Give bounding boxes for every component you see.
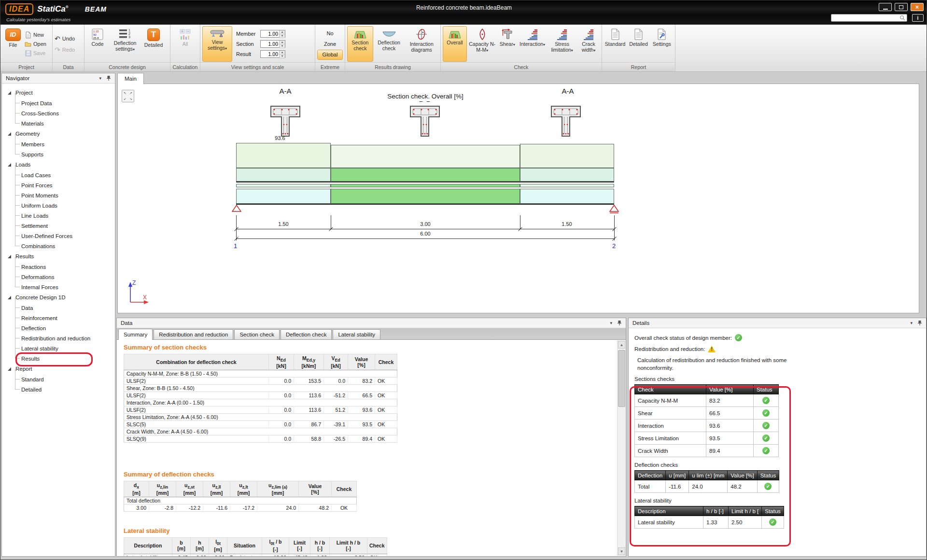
table-cell: 89.4 bbox=[706, 445, 754, 457]
svg-text:1.15: 1.15 bbox=[93, 30, 99, 33]
table-cell: 6.00 bbox=[209, 554, 227, 556]
nav-item-detailed[interactable]: Detailed bbox=[2, 384, 115, 394]
nav-item-materials[interactable]: Materials bbox=[2, 118, 115, 128]
maximize-button[interactable] bbox=[895, 3, 908, 11]
interaction-diagrams-button[interactable]: Interaction diagrams bbox=[405, 26, 438, 62]
scroll-up-icon[interactable]: ▲ bbox=[618, 341, 625, 349]
nav-item-label: Supports bbox=[21, 152, 43, 157]
detailed-button[interactable]: T Detailed bbox=[141, 26, 166, 62]
result-scale-input[interactable] bbox=[261, 51, 279, 57]
collapse-icon[interactable] bbox=[8, 163, 11, 167]
panel-collapse-icon[interactable]: ▾ bbox=[910, 321, 913, 325]
info-button[interactable]: i bbox=[912, 14, 924, 22]
svg-text:2: 2 bbox=[128, 32, 130, 35]
table-cell: 0.60 bbox=[191, 554, 209, 556]
nav-item-supports[interactable]: Supports bbox=[2, 149, 115, 159]
nav-item-label: Materials bbox=[21, 121, 44, 126]
member-scale-label: Member bbox=[236, 31, 257, 37]
scrollbar-thumb[interactable] bbox=[618, 350, 625, 407]
tab-lateral-stability[interactable]: Lateral stability bbox=[333, 329, 380, 339]
crack-width-button[interactable]: Crack width▾ bbox=[577, 26, 600, 62]
collapse-icon[interactable] bbox=[8, 255, 11, 258]
stress-limitation-button[interactable]: Stress limitation▾ bbox=[548, 26, 576, 62]
nav-item-internal-forces[interactable]: Internal Forces bbox=[2, 282, 115, 292]
deflection-check-button[interactable]: Deflection check bbox=[374, 26, 404, 62]
search-input[interactable] bbox=[834, 15, 899, 21]
overall-check-button[interactable]: Overall bbox=[443, 26, 467, 62]
table-cell: SLSQ(9) bbox=[124, 435, 269, 443]
tab-section-check[interactable]: Section check bbox=[234, 329, 280, 339]
close-button[interactable]: × bbox=[911, 3, 924, 11]
redo-button[interactable]: ↷ Redo bbox=[55, 45, 75, 54]
nav-item-results[interactable]: Results bbox=[2, 353, 115, 364]
tab-redistribution-and-reduction[interactable]: Redistribution and reduction bbox=[154, 329, 233, 339]
table-cell: -39.1 bbox=[324, 421, 348, 428]
pin-icon[interactable] bbox=[917, 320, 922, 326]
nav-item-combinations[interactable]: Combinations bbox=[2, 241, 115, 251]
stepper-up-icon[interactable]: ▲ bbox=[280, 51, 285, 55]
section-check-button[interactable]: Section check bbox=[347, 26, 373, 62]
result-scale-stepper[interactable]: ▲▼ bbox=[260, 50, 285, 58]
code-button[interactable]: 1.159025.8 Code bbox=[86, 26, 109, 62]
section-scale-input[interactable] bbox=[261, 41, 279, 47]
report-settings-button[interactable]: Settings bbox=[651, 26, 673, 62]
data-scrollbar[interactable]: ▲ ▼ bbox=[617, 340, 625, 556]
column-header: Check bbox=[332, 481, 357, 497]
collapse-icon[interactable] bbox=[8, 91, 11, 95]
x-axis-label: X bbox=[143, 294, 147, 301]
search-box[interactable] bbox=[831, 14, 907, 22]
stepper-down-icon[interactable]: ▼ bbox=[280, 44, 285, 48]
minimize-button[interactable] bbox=[879, 3, 892, 11]
group-row-label: Interaction, Zone: A-A (0.00 - 1.50) bbox=[124, 399, 397, 406]
tab-main[interactable]: Main bbox=[117, 73, 144, 84]
member-scale-input[interactable] bbox=[261, 30, 279, 37]
extreme-zone-button[interactable]: Zone bbox=[317, 39, 343, 49]
svg-text:1: 1 bbox=[128, 28, 130, 32]
table-cell: 1.33 bbox=[703, 516, 729, 529]
stepper-up-icon[interactable]: ▲ bbox=[280, 41, 285, 44]
all-button[interactable]: All bbox=[173, 26, 197, 62]
interaction-check-button[interactable]: Interaction▾ bbox=[518, 26, 547, 62]
report-detailed-button[interactable]: Detailed bbox=[627, 26, 649, 62]
tab-deflection-check[interactable]: Deflection check bbox=[281, 329, 332, 339]
scroll-down-icon[interactable]: ▼ bbox=[618, 547, 625, 555]
pin-icon[interactable] bbox=[106, 75, 111, 81]
extreme-global-button[interactable]: Global bbox=[317, 50, 343, 60]
table-row: Stress Limitation, Zone: A-A (4.50 - 6.0… bbox=[124, 414, 397, 421]
table-cell: -17.2 bbox=[230, 504, 257, 512]
table-cell: ULSF(2) bbox=[124, 406, 269, 414]
save-button[interactable]: Save bbox=[25, 49, 46, 58]
column-header: Check bbox=[635, 385, 706, 394]
undo-button[interactable]: ↶ Undo bbox=[55, 34, 75, 43]
main-canvas[interactable]: ↖↗↙↘ Section check. Overall [%] A-A B-B … bbox=[117, 84, 919, 313]
column-header: b[m] bbox=[172, 538, 191, 554]
open-button[interactable]: Open bbox=[25, 40, 46, 49]
zoom-extents-button[interactable]: ↖↗↙↘ bbox=[122, 90, 134, 102]
group-row-label: Capacity N-M-M, Zone: B-B (1.50 - 4.50) bbox=[124, 370, 397, 378]
column-header: NEd[kN] bbox=[269, 354, 294, 370]
panel-collapse-icon[interactable]: ▾ bbox=[610, 321, 612, 325]
section-scale-stepper[interactable]: ▲▼ bbox=[260, 40, 285, 48]
collapse-icon[interactable] bbox=[8, 132, 11, 136]
stepper-down-icon[interactable]: ▼ bbox=[280, 55, 285, 58]
member-scale-stepper[interactable]: ▲▼ bbox=[260, 30, 285, 38]
shear-check-button[interactable]: Shear▾ bbox=[497, 26, 517, 62]
deflection-settings-button[interactable]: 123 Deflection settings▾ bbox=[110, 26, 140, 62]
panel-collapse-icon[interactable]: ▾ bbox=[99, 76, 101, 81]
collapse-icon[interactable] bbox=[8, 296, 11, 299]
collapse-icon[interactable] bbox=[8, 367, 11, 371]
file-button[interactable]: ID File bbox=[2, 26, 24, 62]
tab-summary[interactable]: Summary bbox=[118, 329, 153, 340]
extreme-no-button[interactable]: No bbox=[317, 28, 343, 39]
detailed-label: Detailed bbox=[144, 42, 163, 48]
view-settings-button[interactable]: View settings▾ bbox=[202, 26, 232, 62]
pin-icon[interactable] bbox=[617, 320, 622, 326]
report-standard-button[interactable]: Standard bbox=[604, 26, 626, 62]
new-button[interactable]: New bbox=[25, 30, 46, 40]
nav-item-label: Redistribution and reduction bbox=[21, 336, 90, 341]
table-cell: OK bbox=[375, 378, 397, 385]
table-cell: 2.50 bbox=[330, 554, 367, 556]
stepper-down-icon[interactable]: ▼ bbox=[280, 34, 285, 38]
capacity-nmm-button[interactable]: Capacity N-M-M▾ bbox=[468, 26, 497, 62]
stepper-up-icon[interactable]: ▲ bbox=[280, 30, 285, 34]
